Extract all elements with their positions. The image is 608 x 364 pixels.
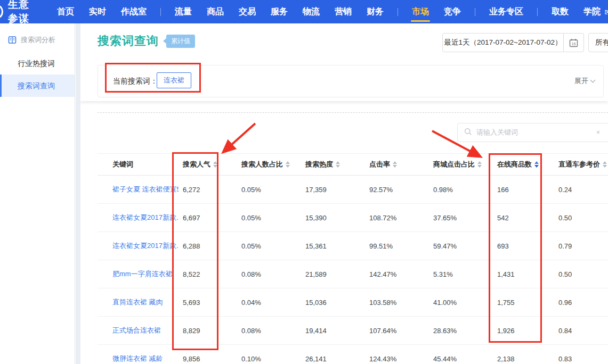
cell: 0.50	[554, 204, 608, 231]
cell: 28.63%	[429, 317, 493, 344]
nav-item-10[interactable]: 财务	[367, 1, 384, 23]
sort-icon[interactable]	[286, 161, 290, 168]
nav-item-18[interactable]: 学院	[583, 1, 601, 23]
sort-down-icon	[286, 165, 290, 168]
column-header-2[interactable]: 搜索人数占比	[237, 154, 301, 175]
table-row: 裙子女夏 连衣裙便宜5...6,2720.05%17,35992.57%0.98…	[98, 176, 608, 204]
cell: 103.58%	[365, 288, 429, 316]
column-header-label: 在线商品数	[497, 160, 532, 169]
sort-up-icon	[336, 161, 340, 164]
sort-up-icon	[534, 161, 539, 164]
sort-icon[interactable]	[393, 161, 397, 168]
nav-divider	[160, 8, 161, 16]
sidebar-item-0[interactable]: 行业热搜词	[0, 52, 75, 75]
chevron-down-icon	[590, 78, 596, 83]
keyword-search-input[interactable]: 请输入关键词 ×	[457, 123, 608, 142]
cell: 0.08%	[237, 317, 301, 344]
cell: 0.24	[554, 176, 608, 203]
nav-item-17[interactable]: 取数	[552, 1, 569, 23]
nav-item-15[interactable]: 业务专区	[489, 1, 523, 23]
cell: 1,755	[493, 288, 554, 316]
keyword-link[interactable]: 连衣裙女夏2017新款...	[112, 241, 179, 251]
cell: 142.47%	[365, 260, 429, 288]
nav-item-2[interactable]: 作战室	[121, 1, 147, 23]
nav-item-9[interactable]: 营销	[335, 1, 352, 23]
column-header-5[interactable]: 商城点击占比	[429, 154, 493, 175]
sidebar-section-header: 搜索词分析	[0, 23, 75, 52]
sort-icon[interactable]	[336, 161, 340, 168]
nav-item-6[interactable]: 交易	[239, 1, 256, 23]
nav-item-13[interactable]: 竞争	[444, 1, 461, 23]
nav-item-0[interactable]: 首页	[57, 1, 74, 23]
cell: 8,829	[179, 317, 237, 344]
sidebar-section-label: 搜索词分析	[21, 35, 55, 45]
column-header-label: 搜索人气	[183, 160, 210, 169]
cell: 0.05%	[237, 204, 301, 231]
nav-item-12[interactable]: 市场	[412, 1, 429, 23]
current-keyword-chip[interactable]: 连衣裙	[157, 72, 191, 88]
column-header-4[interactable]: 点击率	[365, 154, 429, 175]
nav-item-5[interactable]: 商品	[207, 1, 224, 23]
date-range-picker[interactable]: 最近1天（2017-07-02~2017-07-02） 15	[442, 33, 584, 52]
keyword-cell: 肥mm一字肩连衣裙	[98, 260, 179, 288]
keyword-cell: 连衣裙女夏2017新款...	[98, 232, 179, 260]
nav-divider	[475, 8, 475, 16]
cell: 15,036	[301, 288, 365, 316]
sidebar-item-1[interactable]: 搜索词查询	[0, 75, 75, 97]
sort-icon[interactable]	[477, 161, 482, 168]
current-keyword-label: 当前搜索词：	[113, 77, 158, 86]
column-header-label: 搜索热度	[305, 160, 333, 169]
sort-icon[interactable]	[534, 161, 539, 168]
column-header-label: 直通车参考价	[558, 160, 600, 169]
clear-search-icon[interactable]: ×	[596, 129, 600, 136]
search-terms-table: 关键词搜索人气搜索人数占比搜索热度点击率商城点击占比在线商品数直通车参考价 裙子…	[98, 153, 608, 364]
sort-down-icon	[336, 165, 340, 168]
sort-up-icon	[603, 161, 607, 164]
cell: 1,431	[493, 260, 554, 288]
keyword-link[interactable]: 肥mm一字肩连衣裙	[112, 269, 173, 279]
keyword-link[interactable]: 裙子女夏 连衣裙便宜5...	[112, 185, 179, 194]
table-row: 连衣裙女夏2017新款...6,6970.05%15,390108.72%37.…	[98, 204, 608, 232]
cell: 92.57%	[365, 176, 429, 203]
table-row: 连衣裙女夏2017新款...6,2880.05%15,36199.51%59.4…	[98, 232, 608, 260]
mail-icon[interactable]: ✉	[604, 7, 608, 17]
brand-name: 生意参谋	[8, 0, 36, 26]
keyword-cell: 微胖连衣裙 减龄	[98, 345, 179, 364]
column-header-6[interactable]: 在线商品数	[493, 154, 554, 175]
cell: 6,288	[179, 232, 237, 260]
cell: 0.04%	[237, 288, 301, 316]
terminal-select[interactable]: 所有终端	[588, 33, 608, 52]
cumulative-badge: 累计值	[166, 35, 195, 48]
brand[interactable]: 生意参谋	[1, 0, 36, 26]
nav-item-4[interactable]: 流量	[175, 1, 192, 23]
table-header-row: 关键词搜索人气搜索人数占比搜索热度点击率商城点击占比在线商品数直通车参考价	[98, 153, 608, 176]
keyword-link[interactable]: 直筒连衣裙 藏肉	[112, 297, 163, 307]
cell: 8,522	[179, 260, 237, 288]
svg-text:15: 15	[572, 42, 576, 46]
cell: 0.05%	[237, 232, 301, 260]
cell: 124.43%	[365, 345, 429, 364]
column-header-7[interactable]: 直通车参考价	[554, 154, 608, 175]
cell: 0.79	[554, 232, 608, 260]
keyword-link[interactable]: 连衣裙女夏2017新款...	[112, 213, 179, 222]
brand-logo-icon	[0, 5, 3, 18]
sort-down-icon	[393, 165, 397, 168]
cell: 0.98%	[429, 176, 493, 203]
calendar-icon[interactable]: 15	[563, 34, 583, 52]
column-header-1[interactable]: 搜索人气	[179, 154, 237, 175]
nav-item-1[interactable]: 实时	[89, 1, 106, 23]
expand-toggle[interactable]: 展开	[574, 76, 595, 86]
app-window: 生意参谋 首页实时作战室流量商品交易服务物流营销财务市场竞争业务专区取数学院 ✉…	[0, 0, 608, 364]
nav-item-7[interactable]: 服务	[271, 1, 288, 23]
column-header-3[interactable]: 搜索热度	[301, 154, 365, 175]
column-header-0: 关键词	[98, 154, 179, 175]
keyword-cell: 正式场合连衣裙	[98, 317, 179, 344]
nav-item-8[interactable]: 物流	[303, 1, 320, 23]
keyword-link[interactable]: 正式场合连衣裙	[112, 326, 161, 335]
sort-icon[interactable]	[603, 161, 607, 168]
cell: 108.72%	[365, 204, 429, 231]
cell: 0.96	[554, 288, 608, 316]
keyword-link[interactable]: 微胖连衣裙 减龄	[112, 354, 163, 363]
sort-icon[interactable]	[213, 161, 217, 168]
current-keyword-panel: 当前搜索词： 连衣裙 展开	[98, 65, 604, 97]
